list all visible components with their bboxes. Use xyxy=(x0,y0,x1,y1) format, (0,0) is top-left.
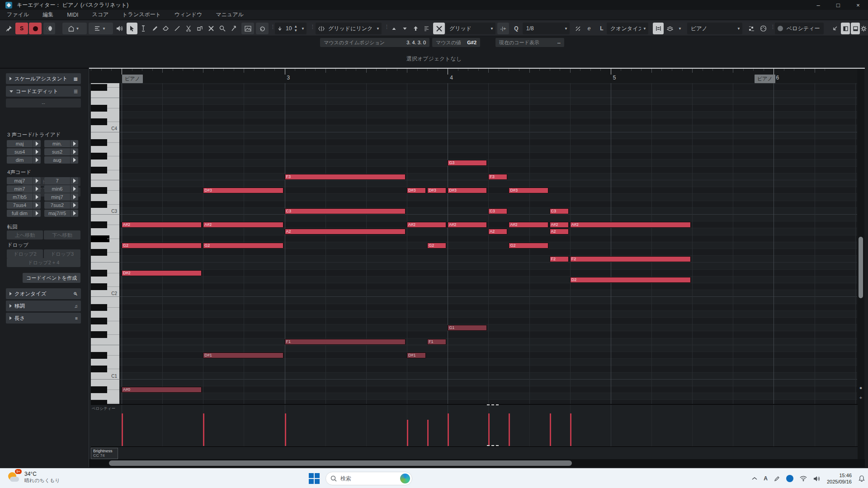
chord-arrow-icon[interactable] xyxy=(33,140,41,147)
midi-note[interactable]: F2 xyxy=(570,256,691,262)
piano-key-black[interactable] xyxy=(91,304,107,311)
midi-note[interactable]: A#2 xyxy=(407,222,446,228)
quantize-panel-button[interactable]: e xyxy=(584,23,594,34)
notification-bell-icon[interactable] xyxy=(859,475,865,482)
velocity-bar[interactable] xyxy=(285,413,286,446)
vertical-scrollbar-thumb[interactable] xyxy=(859,237,863,298)
midi-note[interactable]: D#2 xyxy=(122,270,202,276)
chord-arrow-icon[interactable] xyxy=(70,202,78,209)
lane-handle-dashes[interactable] xyxy=(487,445,499,446)
midi-note[interactable]: A#2 xyxy=(448,222,487,228)
midi-note[interactable]: A2 xyxy=(550,229,569,235)
piano-key-black[interactable] xyxy=(91,331,107,338)
drop24-button[interactable]: ドロップ2 + 4 xyxy=(7,258,80,267)
event-colors-select[interactable]: ベロシティー xyxy=(775,23,824,34)
chord-arrow-icon[interactable] xyxy=(33,148,41,155)
piano-key-black[interactable] xyxy=(91,139,107,146)
record-button[interactable] xyxy=(29,23,42,34)
indep-window-button[interactable] xyxy=(830,23,840,34)
insert-velocity-box[interactable]: 100 ▲▼ ▼ xyxy=(275,23,307,34)
piano-key-black[interactable] xyxy=(91,118,107,125)
chevron-down-icon[interactable]: ▼ xyxy=(100,27,108,31)
chevron-down-icon[interactable]: ▼ xyxy=(676,27,684,31)
show-part-borders-button[interactable] xyxy=(653,23,664,34)
menu-3[interactable]: スコア xyxy=(85,11,115,19)
midi-note[interactable]: C3 xyxy=(550,208,569,214)
chevron-down-icon[interactable]: ▼ xyxy=(299,27,307,31)
piano-key-black[interactable] xyxy=(91,318,107,324)
chord-button-7[interactable]: 7 xyxy=(44,177,78,184)
left-zone-toggle[interactable] xyxy=(841,23,850,34)
chord-label[interactable]: min. xyxy=(44,140,70,147)
chord-button-maj7[interactable]: maj7 xyxy=(7,177,41,184)
length-quantize-select[interactable]: クオンタイズ. ▼ xyxy=(607,23,648,34)
part-label-chip[interactable]: ピアノ xyxy=(755,75,775,83)
midi-note[interactable]: A#2 xyxy=(550,222,569,228)
pin-icon[interactable] xyxy=(4,23,14,34)
mute-tool[interactable] xyxy=(206,23,217,34)
drop3-button[interactable]: ドロップ3 xyxy=(44,249,80,258)
nudge-start-right-button[interactable] xyxy=(400,23,410,34)
edit-active-part-button[interactable] xyxy=(665,23,675,34)
chord-arrow-icon[interactable] xyxy=(70,185,78,192)
chord-arrow-icon[interactable] xyxy=(33,202,41,209)
midi-note[interactable]: D#3 xyxy=(509,188,548,193)
time-warp-tool[interactable] xyxy=(228,23,239,34)
menu-5[interactable]: ウィンドウ xyxy=(168,11,209,19)
piano-keyboard[interactable]: C4C3C2C1 xyxy=(91,83,119,404)
acoustic-feedback-button[interactable] xyxy=(43,23,55,34)
midi-note[interactable]: F1 xyxy=(285,339,406,345)
select-mode-button[interactable]: ▼ xyxy=(62,23,87,34)
insert-velocity-value[interactable]: 100 xyxy=(282,25,292,32)
close-button[interactable]: × xyxy=(848,0,868,10)
chord-button-aug[interactable]: aug xyxy=(44,156,78,164)
chord-label[interactable]: aug xyxy=(44,156,70,164)
menu-1[interactable]: 編集 xyxy=(36,11,60,19)
autoscroll-button[interactable]: ▼ xyxy=(89,23,113,34)
midi-note[interactable]: F3 xyxy=(285,174,406,180)
event-colors-value[interactable]: ベロシティー xyxy=(783,25,824,33)
velocity-bar[interactable] xyxy=(509,413,510,446)
velocity-lane[interactable]: ベロシティー xyxy=(91,404,858,446)
length-quantize-value[interactable]: クオンタイズ. xyxy=(607,25,641,33)
midi-note[interactable]: C3 xyxy=(285,208,406,214)
chord-arrow-icon[interactable] xyxy=(70,148,78,155)
chevron-down-icon[interactable]: ▼ xyxy=(488,27,495,31)
chord-arrow-icon[interactable] xyxy=(33,210,41,217)
piano-key-black[interactable] xyxy=(91,153,107,160)
midi-note[interactable]: A2 xyxy=(488,229,507,235)
chord-button-min6[interactable]: min6 xyxy=(44,185,78,192)
chord-button-maj[interactable]: maj xyxy=(7,140,41,147)
section-quantize[interactable]: クオンタイズ 🔍︎ xyxy=(6,288,81,299)
piano-key-black[interactable] xyxy=(91,84,107,91)
chord-label[interactable]: full dim xyxy=(7,210,33,217)
chord-arrow-icon[interactable] xyxy=(33,185,41,192)
snap-type-select[interactable]: グリッド ▼ xyxy=(446,23,495,34)
step-input-button[interactable] xyxy=(746,23,757,34)
piano-key-black[interactable] xyxy=(91,270,107,277)
piano-key-black[interactable] xyxy=(91,167,107,174)
quantize-preset-select[interactable]: 1/8 ▼ xyxy=(523,23,570,34)
midi-note[interactable]: G2 xyxy=(122,243,202,249)
midi-note[interactable]: A#0 xyxy=(122,387,202,393)
chord-label[interactable]: maj7 xyxy=(7,177,33,184)
midi-note[interactable]: A#2 xyxy=(509,222,548,228)
chord-button-maj75[interactable]: maj7/#5 xyxy=(44,210,78,217)
chord-arrow-icon[interactable] xyxy=(70,156,78,164)
chord-label[interactable]: minj7 xyxy=(44,193,70,201)
velocity-bar[interactable] xyxy=(203,413,204,446)
controller-lane-header[interactable]: Brightness CC 74 xyxy=(91,448,118,459)
horizontal-scrollbar-thumb[interactable] xyxy=(109,460,572,466)
chevron-down-icon[interactable]: ▼ xyxy=(641,27,648,31)
chord-button-minj7[interactable]: minj7 xyxy=(44,193,78,201)
piano-key-black[interactable] xyxy=(91,400,107,404)
chord-arrow-icon[interactable] xyxy=(33,193,41,201)
iterative-quantize-button[interactable] xyxy=(572,23,583,34)
chord-label[interactable]: sus2 xyxy=(44,148,70,155)
move-down-button[interactable]: 下へ移動 xyxy=(44,230,80,239)
chord-button-fulldim[interactable]: full dim xyxy=(7,210,41,217)
midi-note[interactable]: A#2 xyxy=(570,222,691,228)
velocity-bar[interactable] xyxy=(550,413,551,446)
clock[interactable]: 15:46 2025/09/16 xyxy=(827,472,852,485)
snap-type-value[interactable]: グリッド xyxy=(446,25,488,33)
